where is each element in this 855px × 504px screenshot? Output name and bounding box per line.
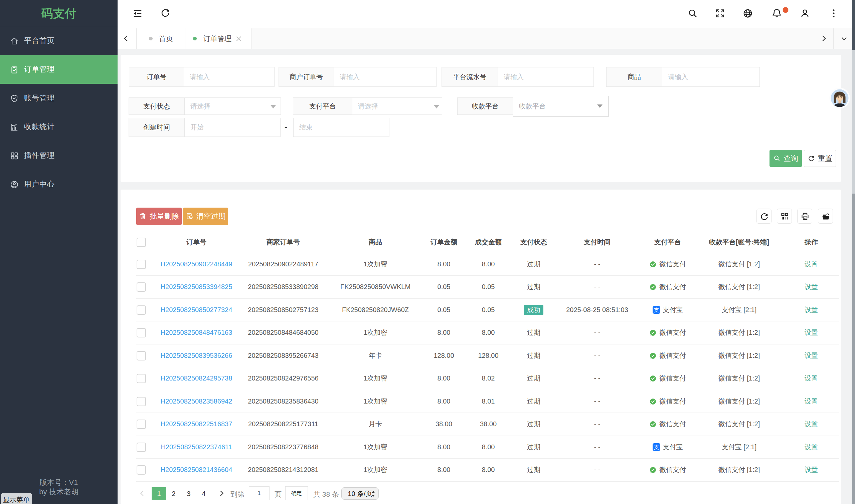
svg-text:支: 支 [653,307,659,313]
svg-text:支: 支 [653,444,659,450]
